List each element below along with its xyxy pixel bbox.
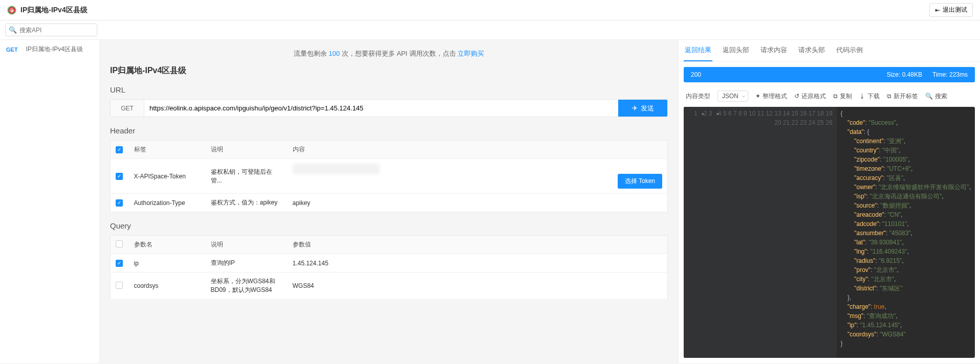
line-gutter: 1 ▾ 2 3 ▾ 4 5 6 7 8 9 10 11 12 13 14 15 …	[684, 107, 837, 358]
tab-request-headers[interactable]: 请求头部	[797, 40, 826, 61]
status-bar: 200 Size: 0.48KB Time: 223ms	[684, 67, 975, 82]
content-type-label: 内容类型	[686, 92, 710, 101]
param-name: coordsys	[129, 272, 206, 300]
tab-code-sample[interactable]: 代码示例	[835, 40, 864, 61]
row-checkbox[interactable]: ✓	[116, 173, 123, 180]
main-panel: 流量包剩余 100 次，想要获得更多 API 调用次数，点击 立即购买 IP归属…	[100, 40, 678, 363]
search-api-input[interactable]	[19, 27, 94, 34]
row-checkbox[interactable]	[116, 282, 123, 289]
header-checkall[interactable]: ✓	[116, 146, 123, 153]
header-desc: 鉴权私钥，可登陆后在管...	[206, 159, 288, 194]
wand-icon: ✦	[755, 93, 760, 100]
row-checkbox[interactable]: ✓	[116, 199, 123, 207]
top-bar: IP IP归属地-IPv4区县级 ⇤ 退出测试	[0, 0, 980, 20]
tidy-button[interactable]: ✦整理格式	[755, 92, 787, 101]
exit-icon: ⇤	[935, 7, 940, 14]
row-checkbox[interactable]: ✓	[116, 260, 123, 267]
tab-request-body[interactable]: 请求内容	[759, 40, 788, 61]
sidebar-item-api[interactable]: GET IP归属地-IPv4区县级	[0, 40, 99, 59]
header-tag: Authorization-Type	[129, 194, 206, 212]
table-row: ✓ ip 查询的IP 1.45.124.145	[111, 254, 668, 272]
banner-mid: 次，想要获得更多 API 调用次数，点击	[340, 50, 458, 57]
url-method: GET	[111, 100, 144, 117]
query-col-value: 参数值	[288, 236, 668, 254]
param-desc: 查询的IP	[206, 254, 288, 272]
quota-banner: 流量包剩余 100 次，想要获得更多 API 调用次数，点击 立即购买	[110, 49, 668, 58]
content-type-select[interactable]: JSON	[717, 90, 748, 102]
header-table: ✓ 标签 说明 内容 ✓ X-APISpace-Token 鉴权私钥，可登陆后在…	[110, 140, 668, 212]
app-logo-icon: IP	[7, 6, 16, 15]
newtab-button[interactable]: ⧉新开标签	[887, 92, 918, 101]
restore-button[interactable]: ↺还原格式	[794, 92, 826, 101]
query-checkall[interactable]	[116, 240, 123, 247]
response-json: { "code": "Success", "data": { "continen…	[837, 107, 975, 358]
download-button[interactable]: ⭳下载	[859, 92, 880, 101]
query-table: 参数名 说明 参数值 ✓ ip 查询的IP 1.45.124.145 coord…	[110, 235, 668, 300]
results-panel: 返回结果 返回头部 请求内容 请求头部 代码示例 200 Size: 0.48K…	[678, 40, 980, 363]
result-toolbar: 内容类型 JSON ✦整理格式 ↺还原格式 ⧉复制 ⭳下载 ⧉新开标签 🔍搜索	[679, 87, 980, 107]
app-title: IP归属地-IPv4区县级	[20, 6, 88, 15]
response-size: Size: 0.48KB	[887, 71, 922, 78]
send-label: 发送	[641, 104, 654, 113]
header-desc: 鉴权方式，值为：apikey	[206, 194, 288, 212]
status-code: 200	[691, 71, 701, 78]
response-time: Time: 223ms	[932, 71, 968, 78]
exit-label: 退出测试	[943, 6, 967, 14]
exit-test-button[interactable]: ⇤ 退出测试	[929, 3, 973, 17]
search-icon: 🔍	[9, 26, 17, 34]
banner-prefix: 流量包剩余	[294, 50, 329, 57]
tab-response-body[interactable]: 返回结果	[684, 40, 712, 61]
sidebar: GET IP归属地-IPv4区县级	[0, 40, 100, 363]
query-col-name: 参数名	[129, 236, 206, 254]
tab-response-headers[interactable]: 返回头部	[722, 40, 750, 61]
download-icon: ⭳	[859, 93, 865, 100]
sidebar-item-label: IP归属地-IPv4区县级	[26, 45, 83, 54]
banner-count: 100	[329, 50, 340, 57]
copy-icon: ⧉	[833, 93, 838, 100]
table-row: ✓ Authorization-Type 鉴权方式，值为：apikey apik…	[111, 194, 668, 212]
search-api-box[interactable]: 🔍	[5, 24, 97, 36]
send-button[interactable]: ✈ 发送	[618, 100, 667, 117]
token-value-blurred	[293, 164, 380, 174]
external-icon: ⧉	[887, 93, 891, 100]
header-col-tag: 标签	[129, 141, 206, 159]
buy-link[interactable]: 立即购买	[458, 50, 484, 57]
table-row: ✓ X-APISpace-Token 鉴权私钥，可登陆后在管... 选择 Tok…	[111, 159, 668, 194]
copy-button[interactable]: ⧉复制	[833, 92, 852, 101]
undo-icon: ↺	[794, 93, 799, 100]
url-input[interactable]	[144, 100, 618, 117]
query-col-desc: 说明	[206, 236, 288, 254]
search-result-button[interactable]: 🔍搜索	[925, 92, 947, 101]
select-token-button[interactable]: 选择 Token	[618, 174, 662, 189]
method-badge: GET	[6, 47, 18, 53]
table-row: coordsys 坐标系，分为WGS84和BD09，默认为WGS84 WGS84	[111, 272, 668, 300]
response-code-area[interactable]: 1 ▾ 2 3 ▾ 4 5 6 7 8 9 10 11 12 13 14 15 …	[684, 107, 975, 358]
header-tag: X-APISpace-Token	[129, 159, 206, 194]
header-col-content: 内容	[288, 141, 668, 159]
header-col-desc: 说明	[206, 141, 288, 159]
param-value[interactable]: WGS84	[288, 272, 668, 300]
param-value[interactable]: 1.45.124.145	[288, 254, 668, 272]
param-desc: 坐标系，分为WGS84和BD09，默认为WGS84	[206, 272, 288, 300]
result-tabs: 返回结果 返回头部 请求内容 请求头部 代码示例	[679, 40, 980, 62]
url-section-label: URL	[110, 85, 668, 94]
send-icon: ✈	[632, 104, 638, 112]
header-content[interactable]: apikey	[288, 194, 668, 212]
page-title: IP归属地-IPv4区县级	[110, 65, 668, 76]
search-icon: 🔍	[925, 93, 933, 100]
query-section-label: Query	[110, 221, 668, 230]
url-row: GET ✈ 发送	[110, 99, 668, 117]
header-section-label: Header	[110, 126, 668, 135]
param-name: ip	[129, 254, 206, 272]
search-row: 🔍	[0, 20, 980, 40]
